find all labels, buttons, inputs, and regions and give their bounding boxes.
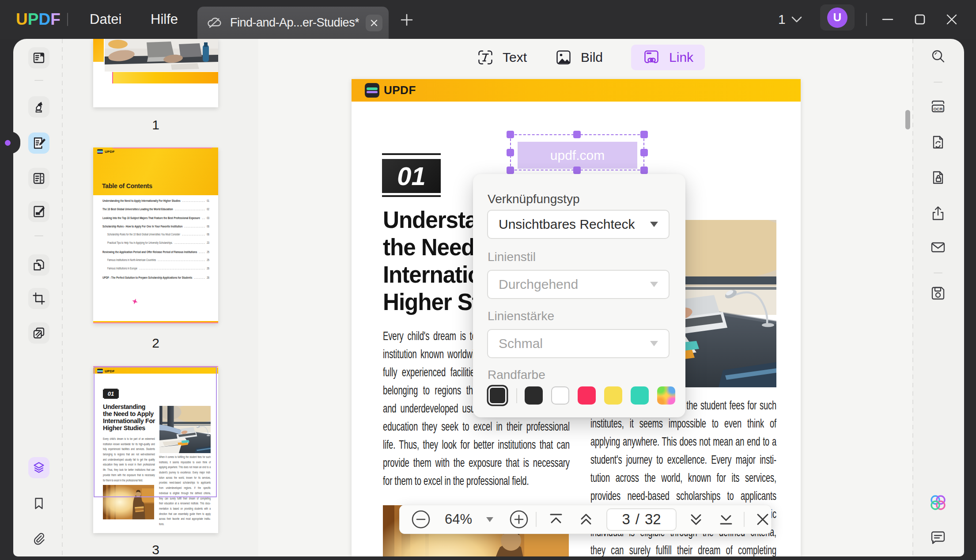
thumb3-viewport-indicator[interactable]: [94, 367, 217, 497]
panel-divider: [62, 39, 63, 556]
zoom-dropdown-caret[interactable]: [486, 517, 493, 522]
close-window-button[interactable]: [939, 0, 964, 39]
sidebar-item-comment[interactable]: [28, 96, 49, 117]
color-swatch-teal[interactable]: [631, 386, 649, 405]
section-number-block: 01: [382, 153, 441, 197]
thumb2-annotation-line: [113, 148, 212, 148]
color-swatch-selected[interactable]: [488, 386, 507, 405]
toc-entry: The 10 Best Global Universities Leading …: [102, 207, 209, 216]
color-swatch-yellow[interactable]: [604, 386, 622, 405]
color-swatch-rainbow[interactable]: [657, 386, 675, 405]
search-icon: [930, 49, 946, 64]
selection-handle-ne[interactable]: [640, 131, 648, 138]
save-icon: [930, 285, 946, 302]
account-button[interactable]: U: [820, 4, 855, 30]
sidebar-item-forms[interactable]: [28, 168, 49, 189]
selection-handle-s[interactable]: [573, 166, 581, 174]
selection-handle-n[interactable]: [573, 131, 581, 138]
toc-entry: Understanding the Need to Apply Internat…: [102, 199, 209, 207]
zoom-out-button[interactable]: [411, 510, 431, 529]
sidebar-item-crop[interactable]: [28, 288, 49, 309]
sidebar-item-share[interactable]: [927, 203, 949, 224]
sidebar-item-attachment[interactable]: [28, 528, 49, 549]
sidebar-item-bookmark[interactable]: [28, 493, 49, 514]
selection-handle-e[interactable]: [640, 149, 648, 156]
page-indicator[interactable]: 3 / 32: [606, 508, 677, 531]
menu-hilfe[interactable]: Hilfe: [151, 0, 178, 39]
chat-icon: [930, 530, 946, 546]
viewer-scrollbar[interactable]: [905, 110, 910, 129]
page-navigation-toolbar: 64% 3 / 32: [399, 505, 772, 534]
logo-letter: D: [38, 10, 50, 29]
document-tab[interactable]: Find-and-Ap...er-Studies*: [197, 7, 389, 39]
last-page-button[interactable]: [717, 511, 735, 528]
tool-link-active[interactable]: Link: [631, 45, 705, 70]
titlebar-divider: [866, 13, 867, 26]
minimize-button[interactable]: [875, 0, 900, 39]
sidebar-item-search[interactable]: [927, 46, 949, 67]
color-swatch-red[interactable]: [578, 386, 596, 405]
maximize-button[interactable]: [908, 0, 932, 39]
lineweight-select[interactable]: Schmal: [487, 329, 670, 358]
tool-text[interactable]: Text: [477, 49, 527, 66]
next-page-button[interactable]: [687, 511, 705, 528]
thumb1-yellow-block: [93, 39, 104, 62]
sidebar-item-save[interactable]: [927, 283, 949, 304]
total-pages: 32: [645, 511, 661, 528]
zoom-in-icon: [509, 510, 529, 529]
sidebar-item-organize[interactable]: [28, 254, 49, 276]
sidebar-item-ocr[interactable]: OCR: [927, 96, 949, 117]
close-icon: [945, 13, 958, 26]
sidebar-item-mail[interactable]: [927, 237, 949, 258]
window-count: 1: [778, 12, 786, 27]
edit-page-icon: [32, 136, 45, 150]
sidebar-item-ai-assistant[interactable]: [927, 492, 949, 513]
window-count-dropdown[interactable]: 1: [778, 0, 802, 39]
link-selection: [510, 134, 644, 170]
zoom-in-button[interactable]: [509, 510, 529, 529]
tool-image[interactable]: Bild: [555, 49, 603, 66]
color-swatch-black[interactable]: [525, 386, 543, 405]
ai-assistant-icon: [928, 493, 948, 512]
sidebar-item-layers-selected[interactable]: [28, 457, 49, 478]
lineweight-value: Schmal: [499, 336, 543, 351]
chevron-down-icon: [650, 282, 658, 287]
thumbnail-label-2: 2: [93, 336, 218, 351]
logo-letter: U: [16, 10, 28, 29]
selection-handle-sw[interactable]: [507, 166, 514, 174]
linktype-select[interactable]: Unsichtbares Rechteck: [487, 210, 670, 239]
sidebar-divider: [34, 235, 43, 236]
thumbnail-page-2[interactable]: UPDF Table of Contents Understanding the…: [93, 148, 218, 323]
selection-handle-nw[interactable]: [507, 131, 514, 138]
thumbnail-page-3-current[interactable]: UPDF 01 Understanding the Need to Apply …: [93, 366, 218, 533]
sidebar-item-convert[interactable]: [927, 132, 949, 153]
plus-icon: [399, 12, 414, 27]
sidebar-item-edit-selected[interactable]: [28, 132, 49, 154]
logo-letter: F: [50, 10, 61, 29]
linestyle-select[interactable]: Durchgehend: [487, 270, 670, 299]
new-tab-button[interactable]: [398, 11, 416, 29]
close-toolbar-button[interactable]: [754, 511, 771, 528]
sidebar-item-stamp[interactable]: [28, 322, 49, 344]
sidebar-item-chat[interactable]: [927, 527, 949, 549]
tool-image-label: Bild: [581, 50, 603, 65]
previous-page-button[interactable]: [577, 511, 595, 528]
purple-dot-indicator: [5, 140, 11, 146]
field-label-lineweight: Linienstärke: [488, 309, 554, 323]
tab-close-button[interactable]: [366, 15, 382, 31]
page-edit-icon: [32, 205, 45, 218]
sidebar-item-page-edit[interactable]: [28, 201, 49, 222]
thumbnail-page-1[interactable]: [93, 39, 218, 107]
link-tool-icon: [643, 49, 660, 66]
selection-handle-w[interactable]: [507, 149, 514, 156]
menu-datei[interactable]: Datei: [90, 0, 121, 39]
selection-handle-se[interactable]: [640, 166, 648, 174]
color-swatch-white[interactable]: [551, 386, 569, 405]
toc-entry: Scholarship Rules - How to Apply For One…: [102, 224, 209, 233]
sidebar-item-protect[interactable]: [927, 167, 949, 188]
first-page-button[interactable]: [547, 511, 565, 528]
sidebar-item-reader[interactable]: [28, 47, 49, 68]
tab-title: Find-and-Ap...er-Studies*: [230, 16, 359, 30]
tool-text-label: Text: [503, 50, 527, 65]
close-icon: [754, 511, 771, 528]
